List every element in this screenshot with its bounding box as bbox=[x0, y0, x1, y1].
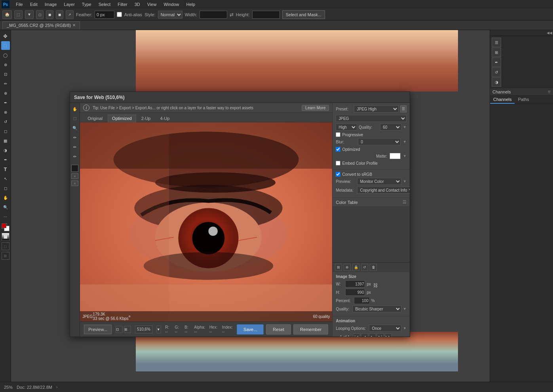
looping-select[interactable]: Once bbox=[369, 325, 401, 332]
history-brush[interactable]: ↺ bbox=[1, 117, 10, 126]
menu-select[interactable]: Select bbox=[95, 1, 114, 8]
channels-icon-btn[interactable]: ⊞ bbox=[492, 48, 501, 57]
lasso-tool[interactable]: ◯ bbox=[1, 51, 10, 59]
blur-select[interactable]: 0 bbox=[358, 138, 401, 145]
remember-button[interactable]: Remember bbox=[293, 324, 328, 335]
matte-swatch[interactable] bbox=[390, 153, 401, 159]
save-button[interactable]: Save... bbox=[237, 324, 264, 335]
paths-icon-btn[interactable]: ✒ bbox=[492, 57, 501, 67]
channels-menu-icon[interactable]: ☰ bbox=[548, 90, 551, 94]
anim-prev-btn[interactable]: ◀ bbox=[361, 333, 368, 337]
color-table-menu-icon[interactable]: ☰ bbox=[403, 200, 407, 205]
zoom-dropdown-btn[interactable]: ▼ bbox=[156, 325, 161, 333]
copy-btn[interactable]: ◼ bbox=[46, 10, 53, 19]
brush-tool[interactable]: ✒ bbox=[1, 98, 10, 107]
foreground-color[interactable] bbox=[2, 223, 10, 231]
marquee-tool[interactable]: ⬚ bbox=[14, 10, 23, 19]
preview-area[interactable]: JPEG 179.3K 33 sec @ 56.6 Kbps ≡ 60 qual… bbox=[80, 122, 332, 322]
link-wh-icon[interactable]: ⛓ bbox=[373, 283, 378, 288]
menu-filter[interactable]: Filter bbox=[114, 1, 130, 8]
slice-view-btn[interactable]: ⊡ bbox=[116, 326, 123, 333]
progressive-checkbox[interactable] bbox=[336, 132, 340, 137]
status-expand-btn[interactable]: › bbox=[56, 385, 57, 389]
anim-last-btn[interactable]: ▶▶ bbox=[385, 333, 392, 337]
quality-select[interactable]: 60 bbox=[380, 124, 401, 131]
history-icon-btn[interactable]: ↺ bbox=[492, 67, 501, 77]
eyedropper-tool[interactable]: ✏ bbox=[1, 79, 10, 88]
ct-map-btn[interactable]: ⊠ bbox=[335, 264, 342, 271]
tab-optimized[interactable]: Optimized bbox=[108, 114, 136, 122]
menu-edit[interactable]: Edit bbox=[27, 1, 41, 8]
dialog-marquee-tool[interactable]: ⬚ bbox=[70, 114, 79, 123]
export-btn[interactable]: ↗ bbox=[66, 10, 74, 19]
format-select[interactable]: JPEG bbox=[336, 115, 407, 122]
color-options[interactable]: ⬜ bbox=[2, 233, 10, 241]
dialog-color-fg[interactable] bbox=[71, 165, 78, 172]
layer-mask-btn[interactable]: ⬚ bbox=[2, 242, 10, 250]
metadata-select[interactable]: Copyright and Contact Info bbox=[357, 186, 410, 194]
tab-2up[interactable]: 2-Up bbox=[137, 114, 155, 122]
layers-icon-btn[interactable]: ☰ bbox=[492, 38, 501, 47]
home-btn[interactable]: 🏠 bbox=[2, 10, 12, 19]
crop-tool[interactable]: ⊡ bbox=[1, 70, 10, 78]
learn-more-button[interactable]: Learn More bbox=[302, 105, 329, 111]
shape-tool[interactable]: ◻ bbox=[1, 184, 10, 192]
quality-resize-select[interactable]: Bicubic Sharper bbox=[352, 305, 401, 312]
compression-select[interactable]: High bbox=[336, 124, 357, 131]
menu-help[interactable]: Help bbox=[183, 1, 199, 8]
path-selection[interactable]: ↖ bbox=[1, 174, 10, 183]
ct-lock-btn[interactable]: 🔒 bbox=[352, 264, 359, 271]
preview-color-select[interactable]: Monitor Color bbox=[357, 178, 401, 185]
paste-btn[interactable]: ◼ bbox=[56, 10, 63, 19]
dialog-hand-tool[interactable]: ✋ bbox=[70, 105, 79, 113]
menu-file[interactable]: File bbox=[13, 1, 26, 8]
dialog-view-options2[interactable]: ≡ bbox=[71, 181, 78, 186]
tab-4up[interactable]: 4-Up bbox=[156, 114, 174, 122]
eraser-tool[interactable]: ◻ bbox=[1, 127, 10, 135]
move-tool[interactable]: ✥ bbox=[1, 32, 10, 40]
height-size-input[interactable] bbox=[345, 289, 365, 296]
gradient-tool[interactable]: ▦ bbox=[1, 136, 10, 145]
paths-tab[interactable]: Paths bbox=[515, 96, 532, 104]
extra-tools[interactable]: ··· bbox=[1, 212, 10, 221]
width-size-input[interactable] bbox=[345, 280, 365, 287]
anim-first-btn[interactable]: |◀ bbox=[353, 333, 360, 337]
height-input[interactable] bbox=[252, 11, 280, 19]
tab-close-icon[interactable]: ✕ bbox=[72, 23, 76, 27]
width-input[interactable] bbox=[200, 11, 227, 19]
adjustments-icon-btn[interactable]: ◑ bbox=[492, 77, 501, 87]
convert-srgb-checkbox[interactable] bbox=[336, 172, 340, 177]
new-layer-btn[interactable]: ◻ bbox=[36, 10, 44, 19]
marquee-options[interactable]: ▼ bbox=[25, 10, 34, 19]
anti-alias-checkbox[interactable] bbox=[117, 12, 122, 17]
style-select[interactable]: Normal bbox=[158, 11, 182, 19]
menu-type[interactable]: Type bbox=[79, 1, 95, 8]
pen-tool[interactable]: ✒ bbox=[1, 155, 10, 164]
zoom-tool[interactable]: 🔍 bbox=[1, 203, 10, 211]
dialog-zoom-tool[interactable]: 🔍 bbox=[70, 124, 79, 132]
text-tool[interactable]: T bbox=[1, 165, 10, 173]
dialog-eyedropper2-tool[interactable]: ✏ bbox=[70, 143, 79, 151]
preset-select[interactable]: JPEG High bbox=[354, 105, 399, 112]
slice-view2-btn[interactable]: ⊞ bbox=[124, 326, 131, 333]
preset-options-btn[interactable]: ☰ bbox=[400, 105, 407, 112]
quick-mask-btn[interactable]: ⊡ bbox=[2, 252, 10, 260]
anim-play-btn[interactable]: ▶ bbox=[369, 333, 376, 337]
percent-input[interactable] bbox=[354, 297, 370, 304]
dodge-tool[interactable]: ◑ bbox=[1, 146, 10, 154]
document-tab[interactable]: _MG_0565.CR2 @ 25% (RGB/8) ✕ bbox=[2, 21, 80, 29]
ct-delete-btn[interactable]: 🗑 bbox=[370, 264, 377, 271]
embed-profile-checkbox[interactable] bbox=[336, 161, 340, 166]
preview-button[interactable]: Preview... bbox=[84, 325, 112, 334]
marquee-tool-side[interactable]: ⬚ bbox=[1, 41, 10, 50]
menu-view[interactable]: View bbox=[144, 1, 160, 8]
dialog-eyedropper-tool[interactable]: ✏ bbox=[70, 133, 79, 142]
menu-window[interactable]: Window bbox=[160, 1, 182, 8]
menu-layer[interactable]: Layer bbox=[61, 1, 78, 8]
ct-new-btn[interactable]: ↺ bbox=[361, 264, 368, 271]
tab-original[interactable]: Original bbox=[83, 114, 107, 122]
dialog-eyedropper3-tool[interactable]: ✏ bbox=[70, 152, 79, 161]
ct-web-btn[interactable]: ⊕ bbox=[344, 264, 351, 271]
channels-tab[interactable]: Channels bbox=[490, 96, 515, 104]
quick-select-tool[interactable]: ⊛ bbox=[1, 60, 10, 69]
